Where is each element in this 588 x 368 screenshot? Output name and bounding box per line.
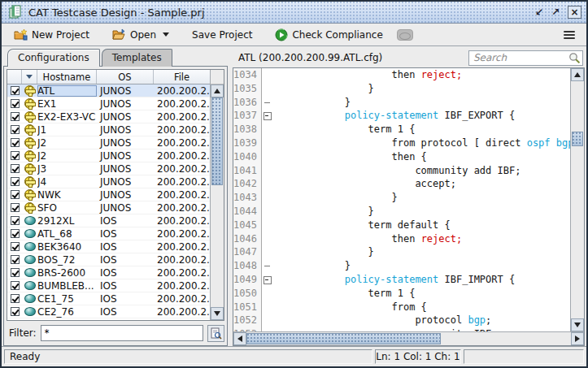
fold-toggle[interactable]	[262, 273, 274, 287]
row-hostname: J2	[37, 150, 97, 162]
table-row[interactable]: J3 JUNOS 200.200.2...	[7, 162, 210, 175]
fold-toggle[interactable]	[262, 327, 274, 331]
fold-toggle[interactable]	[262, 301, 274, 314]
fold-toggle[interactable]	[262, 136, 274, 150]
header-icon-dropdown[interactable]	[22, 70, 37, 84]
row-os: IOS	[97, 241, 154, 253]
row-checkbox[interactable]	[11, 294, 20, 303]
table-row[interactable]: CE2_76 IOS 200.200.2...	[7, 305, 210, 318]
line-number: 1036	[233, 96, 262, 110]
table-scroll-thumb[interactable]	[211, 97, 223, 185]
fold-toggle[interactable]	[262, 205, 274, 219]
row-checkbox[interactable]	[11, 125, 20, 134]
scroll-up-button[interactable]	[571, 68, 584, 81]
row-os: IOS	[97, 215, 154, 227]
table-row[interactable]: EX2-EX3-VC JUNOS 200.200.2...	[7, 110, 210, 123]
row-checkbox[interactable]	[11, 164, 20, 173]
check-compliance-play-icon	[275, 28, 288, 41]
row-checkbox[interactable]	[11, 229, 20, 238]
table-row[interactable]: J2 JUNOS 200.200.2...	[7, 149, 210, 162]
table-row[interactable]: J1 JUNOS 200.200.2...	[7, 123, 210, 136]
header-hostname[interactable]: Hostname	[37, 70, 97, 84]
scroll-left-button[interactable]	[233, 332, 246, 345]
table-row[interactable]: CE3_77 IOS 200.200.2...	[7, 318, 210, 320]
tab-templates[interactable]: Templates	[102, 49, 172, 67]
row-checkbox[interactable]	[11, 190, 20, 199]
table-row[interactable]: CE1_75 IOS 200.200.2...	[7, 292, 210, 305]
filter-search-button[interactable]	[207, 325, 224, 342]
menu-icon[interactable]	[559, 28, 580, 42]
fold-toggle[interactable]	[262, 232, 274, 246]
fold-toggle[interactable]	[262, 123, 274, 136]
title-bar[interactable]: CAT Testcase Design - Sample.prj ↙ ↗ ×	[2, 2, 586, 24]
fold-toggle[interactable]	[262, 259, 274, 273]
table-row[interactable]: BRS-2600 IOS 200.200.2...	[7, 266, 210, 279]
line-text: }	[274, 82, 570, 96]
search-icon[interactable]	[568, 52, 581, 64]
tab-configurations[interactable]: Configurations	[7, 49, 100, 67]
row-checkbox[interactable]	[11, 112, 20, 121]
table-row[interactable]: J2 JUNOS 200.200.2...	[7, 136, 210, 149]
fold-toggle[interactable]	[262, 82, 274, 96]
row-checkbox[interactable]	[11, 177, 20, 186]
fold-toggle[interactable]	[262, 164, 274, 178]
editor-hscroll-thumb[interactable]	[246, 333, 441, 344]
minimize-icon[interactable]: ↙	[533, 6, 546, 19]
row-checkbox[interactable]	[11, 203, 20, 212]
row-checkbox[interactable]	[11, 151, 20, 160]
open-button[interactable]: Open	[107, 26, 175, 44]
fold-toggle[interactable]	[262, 109, 274, 123]
close-icon[interactable]: ×	[568, 6, 581, 19]
table-row[interactable]: ATL JUNOS 200.200.2...	[7, 84, 210, 97]
editor-horizontal-scrollbar[interactable]	[233, 331, 584, 345]
fold-toggle[interactable]	[262, 96, 274, 110]
table-row[interactable]: EX1 JUNOS 200.200.2...	[7, 97, 210, 110]
check-compliance-button[interactable]: Check Compliance	[269, 26, 388, 44]
fold-toggle[interactable]	[262, 150, 274, 164]
fold-toggle[interactable]	[262, 314, 274, 327]
table-scroll-track[interactable]	[211, 97, 224, 307]
row-checkbox[interactable]	[11, 268, 20, 277]
fold-toggle[interactable]	[262, 177, 274, 191]
row-checkbox[interactable]	[11, 86, 20, 95]
row-checkbox[interactable]	[11, 138, 20, 147]
row-checkbox[interactable]	[11, 281, 20, 290]
maximize-icon[interactable]: ↗	[549, 6, 562, 19]
save-project-button[interactable]: Save Project	[186, 27, 258, 43]
row-checkbox[interactable]	[11, 255, 20, 264]
row-checkbox[interactable]	[11, 99, 20, 108]
fold-toggle[interactable]	[262, 219, 274, 232]
line-number: 1034	[233, 68, 262, 82]
editor-hscroll-track[interactable]	[246, 332, 571, 345]
row-checkbox[interactable]	[11, 242, 20, 251]
cursor-position: Ln: 1 Col: 1 Ch: 1	[375, 349, 461, 364]
scroll-up-button[interactable]	[211, 84, 224, 97]
table-row[interactable]: J4 JUNOS 200.200.2...	[7, 175, 210, 188]
filter-input[interactable]	[41, 325, 203, 341]
row-checkbox[interactable]	[11, 216, 20, 225]
scroll-down-button[interactable]	[571, 318, 584, 331]
table-row[interactable]: BOS_72 IOS 200.200.2...	[7, 253, 210, 266]
fold-toggle[interactable]	[262, 245, 274, 259]
fold-toggle[interactable]	[262, 287, 274, 301]
table-row[interactable]: NWK JUNOS 200.200.2...	[7, 188, 210, 201]
table-row[interactable]: BEK3640 IOS 200.200.2...	[7, 240, 210, 253]
new-project-button[interactable]: New Project	[8, 26, 95, 44]
table-row[interactable]: 2912XL IOS 200.200.2...	[7, 214, 210, 227]
header-file[interactable]: File	[154, 70, 210, 84]
search-input[interactable]	[468, 50, 583, 66]
header-os[interactable]: OS	[97, 70, 154, 84]
scroll-right-button[interactable]	[571, 332, 584, 345]
table-vertical-scrollbar[interactable]	[210, 70, 224, 320]
editor-vertical-scrollbar[interactable]	[570, 68, 584, 331]
table-row[interactable]: SFO JUNOS 200.200.2...	[7, 201, 210, 214]
editor-scroll-track[interactable]	[571, 81, 584, 318]
editor-scroll-thumb[interactable]	[572, 132, 583, 146]
fold-toggle[interactable]	[262, 191, 274, 205]
table-row[interactable]: BUMBLEB... IOS 200.200.2...	[7, 279, 210, 292]
fold-toggle[interactable]	[262, 68, 274, 82]
table-row[interactable]: ATL_68 IOS 200.200.2...	[7, 227, 210, 240]
scroll-down-button[interactable]	[211, 307, 224, 320]
code-lines[interactable]: 1034 then reject; 1035 } 1036 } 1037 pol…	[233, 68, 570, 331]
row-checkbox[interactable]	[11, 307, 20, 316]
